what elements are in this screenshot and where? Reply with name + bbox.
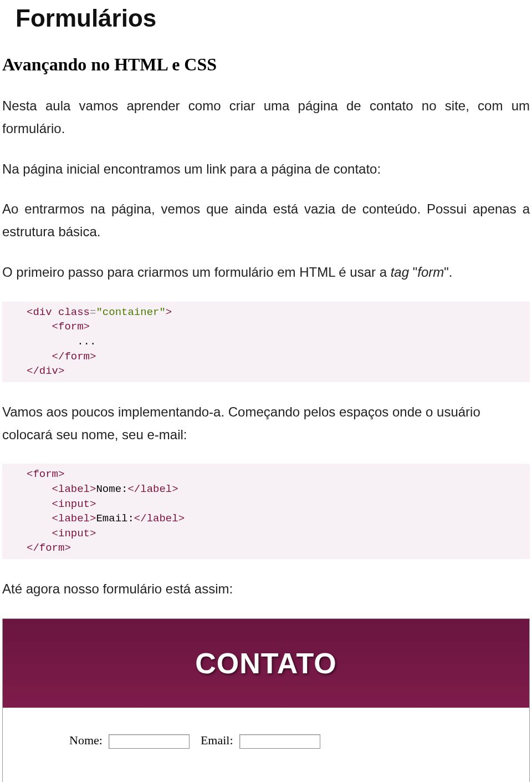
paragraph-empty: Ao entrarmos na página, vemos que ainda …	[2, 198, 530, 243]
code-token: <input>	[52, 498, 96, 510]
italic-form: form	[417, 265, 444, 280]
code-block-div-form: <div class="container"> <form> ... </for…	[2, 302, 530, 382]
paragraph-intro: Nesta aula vamos aprender como criar uma…	[2, 95, 530, 140]
code-token: Email:	[96, 512, 134, 525]
text: "	[409, 265, 417, 280]
nome-label: Nome:	[69, 733, 103, 747]
text: ".	[444, 265, 452, 280]
email-input[interactable]	[239, 734, 320, 749]
code-token: Nome:	[96, 483, 127, 495]
code-token: </form>	[52, 351, 96, 363]
paragraph-first-step: O primeiro passo para criarmos um formul…	[2, 261, 530, 284]
email-label: Email:	[201, 733, 233, 747]
code-token: ...	[77, 336, 96, 348]
code-token: <div	[27, 306, 58, 318]
preview-form-area: Nome: Email:	[3, 708, 529, 782]
paragraph-link: Na página inicial encontramos um link pa…	[2, 158, 530, 181]
paragraph-implement: Vamos aos poucos implementando-a. Começa…	[2, 401, 530, 446]
code-token: <label>	[52, 483, 96, 495]
code-token: <input>	[52, 527, 96, 540]
code-token: <label>	[52, 512, 96, 525]
code-token: >	[166, 306, 172, 318]
code-token: class	[58, 306, 90, 318]
code-token: </label>	[134, 512, 185, 525]
paragraph-so-far: Até agora nosso formulário está assim:	[2, 578, 530, 601]
text: O primeiro passo para criarmos um formul…	[2, 265, 391, 280]
code-token: "container"	[96, 306, 165, 318]
code-token: </form>	[27, 542, 71, 554]
page-title: Formulários	[16, 4, 530, 32]
code-token: </div>	[27, 365, 64, 377]
form-preview: CONTATO Nome: Email:	[2, 618, 530, 782]
section-heading: Avançando no HTML e CSS	[2, 54, 530, 75]
code-token: </label>	[127, 483, 178, 495]
code-token: =	[90, 306, 96, 318]
preview-header: CONTATO	[3, 619, 529, 708]
italic-tag: tag	[391, 265, 409, 280]
preview-title: CONTATO	[195, 647, 336, 680]
code-token: <form>	[27, 468, 64, 480]
code-token: <form>	[52, 321, 90, 333]
nome-input[interactable]	[109, 734, 190, 749]
code-block-form-labels: <form> <label>Nome:</label> <input> <lab…	[2, 464, 530, 559]
